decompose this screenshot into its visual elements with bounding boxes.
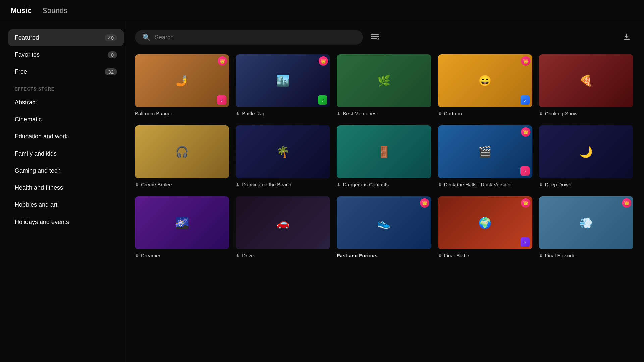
music-card-thumb: 🏙️ 👑 ♪ [236,54,330,107]
content-area: 🔍 � [124,21,644,362]
music-card[interactable]: 🌍 👑 ♪ ⬇ Final Battle [438,196,532,259]
music-card[interactable]: 👟 👑 Fast and Furious [337,196,431,259]
music-card-thumb: 👟 👑 [337,196,431,249]
crown-badge: 👑 [521,56,530,66]
thumb-content: 🌙 [539,125,633,178]
music-card-thumb: 🚗 [236,196,330,249]
thumb-content: 🌍 [438,196,532,249]
download-icon: ⬇ [236,111,240,117]
thumb-content: 🎬 [438,125,532,178]
download-icon: ⬇ [337,111,341,117]
music-card-thumb: 😄 👑 ♪ [438,54,532,107]
download-icon: ⬇ [236,182,240,188]
download-icon: ⬇ [539,253,543,259]
thumb-content: 🎧 [135,125,229,178]
music-card-title: ⬇ Final Battle [438,252,532,259]
music-card-title-text: Battle Rap [242,110,265,117]
music-card-thumb: 💨 👑 [539,196,633,249]
nav-sounds[interactable]: Sounds [42,6,67,15]
thumb-content: 🌿 [337,54,431,107]
music-card-title: ⬇ Best Memories [337,110,431,117]
sidebar-item-cinematic[interactable]: Cinematic [8,111,124,128]
music-card-thumb: 🚪 [337,125,431,178]
sidebar-item-featured[interactable]: Featured 40 [8,29,124,46]
download-icon: ⬇ [438,182,442,188]
sidebar-item-health[interactable]: Health and fitness [8,180,124,196]
thumb-content: 🚗 [236,196,330,249]
download-icon: ⬇ [539,111,543,117]
music-card-title: ⬇ Deep Down [539,181,633,188]
download-icon: ⬇ [337,182,341,188]
thumb-content: 🤳 [135,54,229,107]
music-card-thumb: 🍕 [539,54,633,107]
music-card[interactable]: 🏙️ 👑 ♪ ⬇ Battle Rap [236,54,330,117]
music-card-thumb: 🌌 [135,196,229,249]
music-card[interactable]: 🌴 ⬇ Dancing on the Beach [236,125,330,188]
sidebar-badge-featured: 40 [105,34,117,41]
crown-badge: 👑 [622,198,631,208]
music-card[interactable]: 😄 👑 ♪ ⬇ Cartoon [438,54,532,117]
music-badge: ♪ [520,95,530,105]
music-card-title: Fast and Furious [337,252,431,259]
music-card[interactable]: 🍕 ⬇ Cooking Show [539,54,633,117]
download-all-icon[interactable] [620,29,633,45]
nav-music[interactable]: Music [11,6,32,15]
music-card[interactable]: 💨 👑 ⬇ Final Episode [539,196,633,259]
music-card[interactable]: 🎧 ⬇ Creme Brulee [135,125,229,188]
thumb-content: 👟 [337,196,431,249]
search-bar[interactable]: 🔍 [135,30,363,45]
music-card-thumb: 🎬 👑 ♪ [438,125,532,178]
music-card[interactable]: 🚪 ⬇ Dangerous Contacts [337,125,431,188]
music-card-title-text: Fast and Furious [337,252,377,259]
music-card[interactable]: 🌿 ⬇ Best Memories [337,54,431,117]
download-icon: ⬇ [438,111,442,117]
music-badge: ♪ [520,237,530,247]
sidebar-item-education[interactable]: Education and work [8,128,124,145]
thumb-content: 🍕 [539,54,633,107]
sidebar-label-favorites: Favorites [15,51,40,58]
music-card[interactable]: 🚗 ⬇ Drive [236,196,330,259]
filter-sort-icon[interactable] [368,30,382,44]
download-icon: ⬇ [539,182,543,188]
music-grid: 🤳 👑 ♪ Ballroom Banger 🏙️ 👑 ♪ ⬇ Battle Ra… [135,54,633,259]
sidebar-item-free[interactable]: Free 32 [8,64,124,80]
crown-badge: 👑 [218,56,227,66]
sidebar-item-favorites[interactable]: Favorites 0 [8,47,124,63]
sidebar-item-hobbies[interactable]: Hobbies and art [8,197,124,213]
music-card-title: ⬇ Dreamer [135,252,229,259]
thumb-content: 😄 [438,54,532,107]
thumb-content: 🚪 [337,125,431,178]
sidebar-item-holidays[interactable]: Holidays and events [8,214,124,230]
music-card[interactable]: 🌌 ⬇ Dreamer [135,196,229,259]
sidebar-item-gaming[interactable]: Gaming and tech [8,163,124,179]
music-card-title-text: Cooking Show [545,110,578,117]
music-card-thumb: 🌿 [337,54,431,107]
music-card-thumb: 🌍 👑 ♪ [438,196,532,249]
music-card-title: ⬇ Final Episode [539,252,633,259]
music-badge: ♪ [217,95,226,105]
music-card-title: ⬇ Dangerous Contacts [337,181,431,188]
music-card[interactable]: 🤳 👑 ♪ Ballroom Banger [135,54,229,117]
thumb-content: 🌴 [236,125,330,178]
search-input[interactable] [155,34,356,41]
music-badge: ♪ [520,166,530,176]
music-card[interactable]: 🌙 ⬇ Deep Down [539,125,633,188]
music-card-title: ⬇ Dancing on the Beach [236,181,330,188]
search-icon: 🔍 [142,33,151,41]
sidebar-item-family[interactable]: Family and kids [8,145,124,162]
music-card-title-text: Cartoon [444,110,462,117]
music-card-thumb: 🌙 [539,125,633,178]
sidebar-item-abstract[interactable]: Abstract [8,94,124,111]
crown-badge: 👑 [521,127,530,137]
music-card-thumb: 🎧 [135,125,229,178]
music-card-title: ⬇ Battle Rap [236,110,330,117]
music-card[interactable]: 🎬 👑 ♪ ⬇ Deck the Halls - Rock Version [438,125,532,188]
music-card-title: Ballroom Banger [135,110,229,117]
thumb-content: 🏙️ [236,54,330,107]
music-card-title: ⬇ Creme Brulee [135,181,229,188]
music-card-title-text: Ballroom Banger [135,110,172,117]
music-card-thumb: 🌴 [236,125,330,178]
download-icon: ⬇ [135,182,139,188]
download-icon: ⬇ [438,253,442,259]
music-card-title: ⬇ Cooking Show [539,110,633,117]
